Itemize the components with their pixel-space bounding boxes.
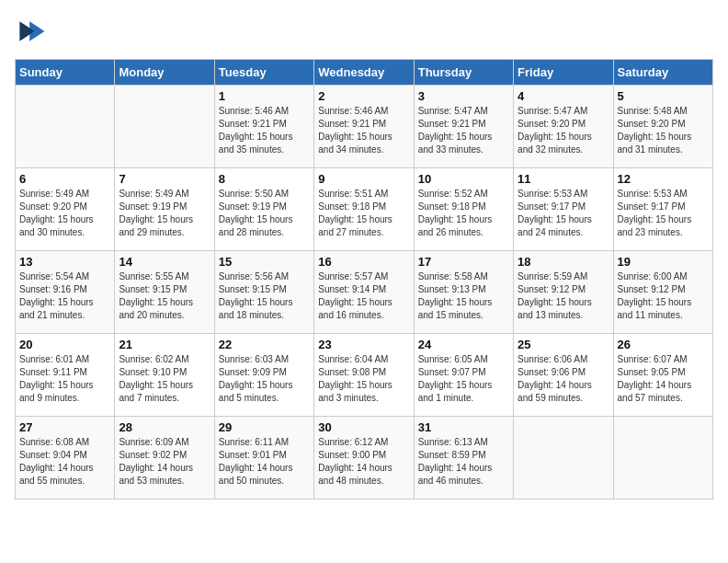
day-number: 9 — [318, 172, 409, 186]
day-info: Sunrise: 5:47 AM Sunset: 9:20 PM Dayligh… — [518, 105, 609, 156]
day-info: Sunrise: 6:07 AM Sunset: 9:05 PM Dayligh… — [618, 353, 709, 405]
day-number: 30 — [318, 420, 409, 434]
day-number: 3 — [418, 89, 509, 103]
day-info: Sunrise: 6:02 AM Sunset: 9:10 PM Dayligh… — [119, 353, 210, 405]
day-info: Sunrise: 6:01 AM Sunset: 9:11 PM Dayligh… — [19, 353, 110, 405]
day-cell-17: 17Sunrise: 5:58 AM Sunset: 9:13 PM Dayli… — [414, 251, 513, 334]
day-number: 27 — [19, 420, 110, 434]
page-header — [15, 15, 713, 48]
day-info: Sunrise: 5:49 AM Sunset: 9:20 PM Dayligh… — [19, 188, 110, 239]
day-number: 31 — [418, 420, 509, 434]
header-saturday: Saturday — [613, 60, 712, 86]
day-cell-19: 19Sunrise: 6:00 AM Sunset: 9:12 PM Dayli… — [613, 251, 712, 334]
week-row-4: 20Sunrise: 6:01 AM Sunset: 9:11 PM Dayli… — [16, 334, 713, 417]
day-number: 25 — [518, 338, 609, 351]
day-number: 10 — [418, 172, 509, 186]
calendar-table: SundayMondayTuesdayWednesdayThursdayFrid… — [15, 59, 713, 500]
day-number: 7 — [119, 172, 210, 186]
header-wednesday: Wednesday — [314, 60, 414, 86]
day-number: 1 — [219, 89, 310, 103]
day-cell-26: 26Sunrise: 6:07 AM Sunset: 9:05 PM Dayli… — [613, 334, 712, 417]
day-info: Sunrise: 5:51 AM Sunset: 9:18 PM Dayligh… — [318, 188, 409, 239]
week-row-1: 1Sunrise: 5:46 AM Sunset: 9:21 PM Daylig… — [16, 86, 713, 168]
day-cell-24: 24Sunrise: 6:05 AM Sunset: 9:07 PM Dayli… — [414, 334, 513, 417]
day-cell-12: 12Sunrise: 5:53 AM Sunset: 9:17 PM Dayli… — [613, 168, 712, 251]
day-info: Sunrise: 5:46 AM Sunset: 9:21 PM Dayligh… — [318, 105, 409, 156]
day-info: Sunrise: 6:11 AM Sunset: 9:01 PM Dayligh… — [219, 436, 310, 488]
day-cell-29: 29Sunrise: 6:11 AM Sunset: 9:01 PM Dayli… — [214, 417, 313, 500]
day-cell-11: 11Sunrise: 5:53 AM Sunset: 9:17 PM Dayli… — [514, 168, 613, 251]
empty-cell — [16, 86, 115, 168]
day-number: 24 — [418, 338, 509, 351]
day-number: 26 — [618, 338, 709, 351]
day-number: 15 — [219, 255, 310, 269]
day-cell-14: 14Sunrise: 5:55 AM Sunset: 9:15 PM Dayli… — [115, 251, 214, 334]
day-info: Sunrise: 5:48 AM Sunset: 9:20 PM Dayligh… — [618, 105, 709, 156]
day-number: 17 — [418, 255, 509, 269]
day-info: Sunrise: 5:57 AM Sunset: 9:14 PM Dayligh… — [318, 270, 409, 322]
day-cell-27: 27Sunrise: 6:08 AM Sunset: 9:04 PM Dayli… — [16, 417, 115, 500]
day-number: 2 — [318, 89, 409, 103]
week-row-3: 13Sunrise: 5:54 AM Sunset: 9:16 PM Dayli… — [16, 251, 713, 334]
empty-cell — [115, 86, 214, 168]
day-info: Sunrise: 6:13 AM Sunset: 8:59 PM Dayligh… — [418, 436, 509, 488]
day-cell-8: 8Sunrise: 5:50 AM Sunset: 9:19 PM Daylig… — [214, 168, 313, 251]
day-number: 13 — [19, 255, 110, 269]
header-sunday: Sunday — [16, 60, 115, 86]
day-number: 20 — [19, 338, 110, 351]
day-number: 6 — [19, 172, 110, 186]
day-number: 19 — [618, 255, 709, 269]
logo — [15, 15, 51, 48]
logo-icon — [15, 15, 48, 48]
day-cell-2: 2Sunrise: 5:46 AM Sunset: 9:21 PM Daylig… — [314, 86, 414, 168]
day-number: 23 — [318, 338, 409, 351]
week-row-5: 27Sunrise: 6:08 AM Sunset: 9:04 PM Dayli… — [16, 417, 713, 500]
day-cell-10: 10Sunrise: 5:52 AM Sunset: 9:18 PM Dayli… — [414, 168, 513, 251]
day-number: 11 — [518, 172, 609, 186]
header-thursday: Thursday — [414, 60, 513, 86]
day-number: 29 — [219, 420, 310, 434]
header-friday: Friday — [514, 60, 613, 86]
day-cell-3: 3Sunrise: 5:47 AM Sunset: 9:21 PM Daylig… — [414, 86, 513, 168]
empty-cell — [613, 417, 712, 500]
day-number: 22 — [219, 338, 310, 351]
day-cell-9: 9Sunrise: 5:51 AM Sunset: 9:18 PM Daylig… — [314, 168, 414, 251]
day-cell-31: 31Sunrise: 6:13 AM Sunset: 8:59 PM Dayli… — [414, 417, 513, 500]
day-number: 5 — [618, 89, 709, 103]
day-number: 12 — [618, 172, 709, 186]
day-number: 4 — [518, 89, 609, 103]
day-number: 21 — [119, 338, 210, 351]
day-cell-28: 28Sunrise: 6:09 AM Sunset: 9:02 PM Dayli… — [115, 417, 214, 500]
day-info: Sunrise: 6:00 AM Sunset: 9:12 PM Dayligh… — [618, 270, 709, 322]
day-info: Sunrise: 5:46 AM Sunset: 9:21 PM Dayligh… — [219, 105, 310, 156]
day-info: Sunrise: 5:59 AM Sunset: 9:12 PM Dayligh… — [518, 270, 609, 322]
day-info: Sunrise: 5:54 AM Sunset: 9:16 PM Dayligh… — [19, 270, 110, 322]
day-cell-20: 20Sunrise: 6:01 AM Sunset: 9:11 PM Dayli… — [16, 334, 115, 417]
day-info: Sunrise: 6:04 AM Sunset: 9:08 PM Dayligh… — [318, 353, 409, 405]
day-cell-1: 1Sunrise: 5:46 AM Sunset: 9:21 PM Daylig… — [214, 86, 313, 168]
day-cell-23: 23Sunrise: 6:04 AM Sunset: 9:08 PM Dayli… — [314, 334, 414, 417]
empty-cell — [514, 417, 613, 500]
day-info: Sunrise: 6:03 AM Sunset: 9:09 PM Dayligh… — [219, 353, 310, 405]
day-info: Sunrise: 5:47 AM Sunset: 9:21 PM Dayligh… — [418, 105, 509, 156]
day-cell-13: 13Sunrise: 5:54 AM Sunset: 9:16 PM Dayli… — [16, 251, 115, 334]
day-number: 16 — [318, 255, 409, 269]
day-cell-15: 15Sunrise: 5:56 AM Sunset: 9:15 PM Dayli… — [214, 251, 313, 334]
day-cell-5: 5Sunrise: 5:48 AM Sunset: 9:20 PM Daylig… — [613, 86, 712, 168]
header-monday: Monday — [115, 60, 214, 86]
day-info: Sunrise: 6:08 AM Sunset: 9:04 PM Dayligh… — [19, 436, 110, 488]
day-number: 8 — [219, 172, 310, 186]
day-info: Sunrise: 5:56 AM Sunset: 9:15 PM Dayligh… — [219, 270, 310, 322]
day-info: Sunrise: 5:52 AM Sunset: 9:18 PM Dayligh… — [418, 188, 509, 239]
day-info: Sunrise: 6:09 AM Sunset: 9:02 PM Dayligh… — [119, 436, 210, 488]
day-info: Sunrise: 5:50 AM Sunset: 9:19 PM Dayligh… — [219, 188, 310, 239]
day-cell-16: 16Sunrise: 5:57 AM Sunset: 9:14 PM Dayli… — [314, 251, 414, 334]
day-cell-18: 18Sunrise: 5:59 AM Sunset: 9:12 PM Dayli… — [514, 251, 613, 334]
day-info: Sunrise: 6:06 AM Sunset: 9:06 PM Dayligh… — [518, 353, 609, 405]
day-cell-30: 30Sunrise: 6:12 AM Sunset: 9:00 PM Dayli… — [314, 417, 414, 500]
day-number: 28 — [119, 420, 210, 434]
day-info: Sunrise: 5:53 AM Sunset: 9:17 PM Dayligh… — [518, 188, 609, 239]
day-info: Sunrise: 5:58 AM Sunset: 9:13 PM Dayligh… — [418, 270, 509, 322]
day-cell-22: 22Sunrise: 6:03 AM Sunset: 9:09 PM Dayli… — [214, 334, 313, 417]
day-info: Sunrise: 6:12 AM Sunset: 9:00 PM Dayligh… — [318, 436, 409, 488]
